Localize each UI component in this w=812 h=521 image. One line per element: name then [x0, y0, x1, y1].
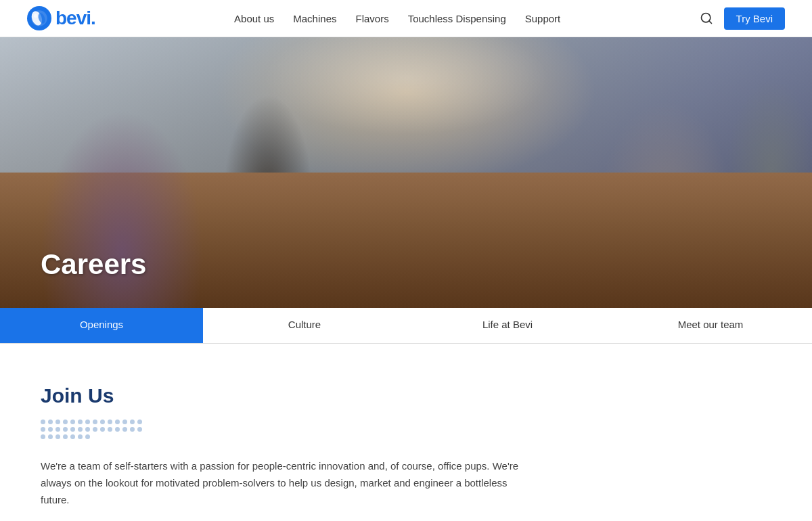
decoration-dot: [63, 427, 68, 432]
decoration-dot: [122, 420, 127, 424]
decoration-dot: [78, 434, 83, 439]
decoration-dot: [85, 434, 90, 439]
decoration-dot: [85, 420, 90, 424]
svg-point-4: [34, 14, 37, 18]
site-header: bevi. About us Machines Flavors Touchles…: [0, 0, 812, 37]
decoration-dot: [48, 434, 53, 439]
try-bevi-button[interactable]: Try Bevi: [724, 7, 785, 30]
decoration-dot: [55, 427, 60, 432]
decoration-dot: [137, 427, 142, 432]
decoration-dot: [100, 427, 105, 432]
decoration-dot: [78, 420, 83, 424]
nav-touchless[interactable]: Touchless Dispensing: [408, 13, 506, 24]
nav-about-us[interactable]: About us: [234, 13, 274, 24]
svg-line-6: [708, 21, 711, 24]
decoration-dot: [41, 420, 45, 424]
main-content: Join Us We're a team of self-starters wi…: [0, 344, 582, 521]
bevi-logo-icon: [27, 6, 51, 30]
tab-meet-our-team[interactable]: Meet our team: [609, 308, 812, 343]
decoration-dot: [41, 427, 45, 432]
decoration-dot: [63, 434, 68, 439]
decoration-dot: [85, 427, 90, 432]
join-us-heading: Join Us: [41, 384, 541, 407]
logo-text: bevi.: [55, 7, 95, 29]
search-icon: [700, 12, 713, 25]
logo[interactable]: bevi.: [27, 6, 95, 30]
decoration-dot: [78, 427, 83, 432]
decoration-dot: [55, 434, 60, 439]
decoration-dot: [70, 434, 75, 439]
decoration-dot: [70, 427, 75, 432]
decoration-dot: [70, 420, 75, 424]
hero-section: Careers: [0, 37, 812, 308]
decoration-dot: [93, 420, 97, 424]
decoration-dot: [108, 427, 112, 432]
decoration-dot: [63, 420, 68, 424]
decoration-dot: [48, 420, 53, 424]
intro-paragraph: We're a team of self-starters with a pas…: [41, 458, 528, 508]
tab-culture[interactable]: Culture: [203, 308, 406, 343]
main-nav: About us Machines Flavors Touchless Disp…: [234, 13, 560, 24]
decoration-dot: [137, 420, 142, 424]
tab-life-at-bevi[interactable]: Life at Bevi: [406, 308, 609, 343]
decoration-dot: [115, 420, 120, 424]
decoration-dot: [100, 420, 105, 424]
dot-decoration: [41, 420, 149, 439]
decoration-dot: [108, 420, 112, 424]
decoration-dot: [48, 427, 53, 432]
tab-openings[interactable]: Openings: [0, 308, 203, 343]
decoration-dot: [122, 427, 127, 432]
decoration-dot: [130, 427, 135, 432]
nav-flavors[interactable]: Flavors: [355, 13, 388, 24]
tabs-bar: Openings Culture Life at Bevi Meet our t…: [0, 308, 812, 344]
nav-machines[interactable]: Machines: [293, 13, 336, 24]
decoration-dot: [93, 427, 97, 432]
decoration-dot: [55, 420, 60, 424]
nav-support[interactable]: Support: [525, 13, 561, 24]
decoration-dot: [115, 427, 120, 432]
search-button[interactable]: [700, 12, 713, 25]
hero-title: Careers: [41, 248, 146, 281]
decoration-dot: [41, 434, 45, 439]
decoration-dot: [130, 420, 135, 424]
